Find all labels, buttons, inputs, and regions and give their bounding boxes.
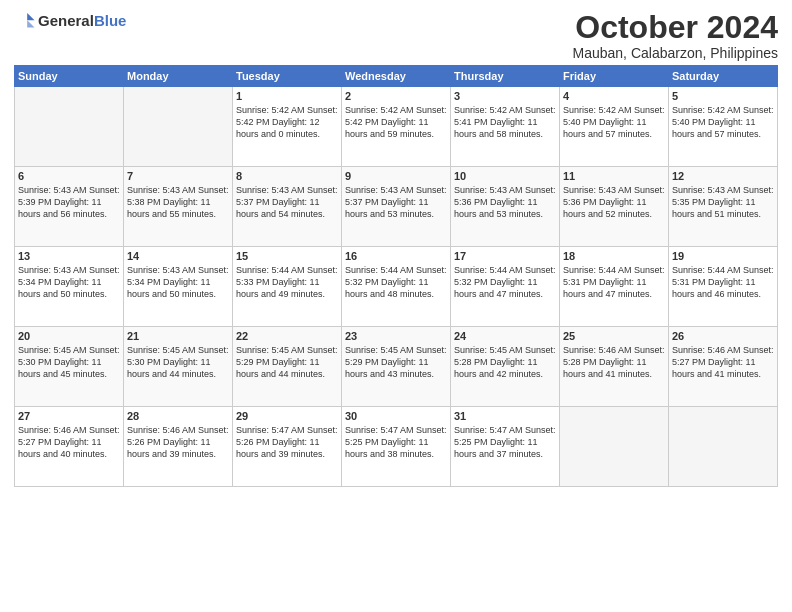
day-number: 14 [127, 250, 229, 262]
calendar-cell: 17Sunrise: 5:44 AM Sunset: 5:32 PM Dayli… [451, 247, 560, 327]
calendar-cell: 13Sunrise: 5:43 AM Sunset: 5:34 PM Dayli… [15, 247, 124, 327]
day-info: Sunrise: 5:44 AM Sunset: 5:31 PM Dayligh… [563, 264, 665, 300]
logo-general: General [38, 12, 94, 29]
calendar-cell: 11Sunrise: 5:43 AM Sunset: 5:36 PM Dayli… [560, 167, 669, 247]
calendar-cell [124, 87, 233, 167]
day-number: 28 [127, 410, 229, 422]
day-number: 6 [18, 170, 120, 182]
month-title: October 2024 [573, 10, 778, 45]
day-number: 22 [236, 330, 338, 342]
calendar-week-4: 20Sunrise: 5:45 AM Sunset: 5:30 PM Dayli… [15, 327, 778, 407]
day-info: Sunrise: 5:45 AM Sunset: 5:29 PM Dayligh… [345, 344, 447, 380]
calendar-cell: 4Sunrise: 5:42 AM Sunset: 5:40 PM Daylig… [560, 87, 669, 167]
location-title: Mauban, Calabarzon, Philippines [573, 45, 778, 61]
calendar-cell: 12Sunrise: 5:43 AM Sunset: 5:35 PM Dayli… [669, 167, 778, 247]
calendar-cell: 19Sunrise: 5:44 AM Sunset: 5:31 PM Dayli… [669, 247, 778, 327]
day-info: Sunrise: 5:45 AM Sunset: 5:30 PM Dayligh… [127, 344, 229, 380]
day-info: Sunrise: 5:43 AM Sunset: 5:37 PM Dayligh… [345, 184, 447, 220]
header: GeneralBlue October 2024 Mauban, Calabar… [14, 10, 778, 61]
calendar-cell: 14Sunrise: 5:43 AM Sunset: 5:34 PM Dayli… [124, 247, 233, 327]
col-tuesday: Tuesday [233, 66, 342, 87]
calendar-cell: 15Sunrise: 5:44 AM Sunset: 5:33 PM Dayli… [233, 247, 342, 327]
calendar-cell: 3Sunrise: 5:42 AM Sunset: 5:41 PM Daylig… [451, 87, 560, 167]
day-number: 4 [563, 90, 665, 102]
day-number: 16 [345, 250, 447, 262]
calendar-cell: 9Sunrise: 5:43 AM Sunset: 5:37 PM Daylig… [342, 167, 451, 247]
day-info: Sunrise: 5:46 AM Sunset: 5:28 PM Dayligh… [563, 344, 665, 380]
day-info: Sunrise: 5:47 AM Sunset: 5:25 PM Dayligh… [345, 424, 447, 460]
day-number: 30 [345, 410, 447, 422]
day-number: 3 [454, 90, 556, 102]
day-info: Sunrise: 5:45 AM Sunset: 5:30 PM Dayligh… [18, 344, 120, 380]
day-number: 11 [563, 170, 665, 182]
calendar-cell: 18Sunrise: 5:44 AM Sunset: 5:31 PM Dayli… [560, 247, 669, 327]
day-number: 1 [236, 90, 338, 102]
day-number: 13 [18, 250, 120, 262]
day-info: Sunrise: 5:46 AM Sunset: 5:27 PM Dayligh… [672, 344, 774, 380]
col-friday: Friday [560, 66, 669, 87]
day-number: 18 [563, 250, 665, 262]
day-info: Sunrise: 5:43 AM Sunset: 5:34 PM Dayligh… [127, 264, 229, 300]
col-monday: Monday [124, 66, 233, 87]
day-number: 8 [236, 170, 338, 182]
calendar-week-3: 13Sunrise: 5:43 AM Sunset: 5:34 PM Dayli… [15, 247, 778, 327]
day-number: 7 [127, 170, 229, 182]
title-block: October 2024 Mauban, Calabarzon, Philipp… [573, 10, 778, 61]
calendar-cell: 25Sunrise: 5:46 AM Sunset: 5:28 PM Dayli… [560, 327, 669, 407]
col-saturday: Saturday [669, 66, 778, 87]
day-info: Sunrise: 5:44 AM Sunset: 5:31 PM Dayligh… [672, 264, 774, 300]
day-number: 20 [18, 330, 120, 342]
day-info: Sunrise: 5:42 AM Sunset: 5:41 PM Dayligh… [454, 104, 556, 140]
col-thursday: Thursday [451, 66, 560, 87]
day-info: Sunrise: 5:42 AM Sunset: 5:42 PM Dayligh… [236, 104, 338, 140]
day-number: 5 [672, 90, 774, 102]
day-number: 12 [672, 170, 774, 182]
calendar-cell: 21Sunrise: 5:45 AM Sunset: 5:30 PM Dayli… [124, 327, 233, 407]
calendar-cell: 6Sunrise: 5:43 AM Sunset: 5:39 PM Daylig… [15, 167, 124, 247]
day-info: Sunrise: 5:43 AM Sunset: 5:35 PM Dayligh… [672, 184, 774, 220]
day-info: Sunrise: 5:46 AM Sunset: 5:27 PM Dayligh… [18, 424, 120, 460]
calendar-cell: 29Sunrise: 5:47 AM Sunset: 5:26 PM Dayli… [233, 407, 342, 487]
svg-marker-1 [27, 20, 34, 27]
day-number: 17 [454, 250, 556, 262]
calendar-cell: 16Sunrise: 5:44 AM Sunset: 5:32 PM Dayli… [342, 247, 451, 327]
calendar-cell: 8Sunrise: 5:43 AM Sunset: 5:37 PM Daylig… [233, 167, 342, 247]
day-number: 2 [345, 90, 447, 102]
calendar-cell: 24Sunrise: 5:45 AM Sunset: 5:28 PM Dayli… [451, 327, 560, 407]
calendar-cell [15, 87, 124, 167]
calendar-cell: 1Sunrise: 5:42 AM Sunset: 5:42 PM Daylig… [233, 87, 342, 167]
day-info: Sunrise: 5:43 AM Sunset: 5:39 PM Dayligh… [18, 184, 120, 220]
day-info: Sunrise: 5:43 AM Sunset: 5:36 PM Dayligh… [454, 184, 556, 220]
day-info: Sunrise: 5:45 AM Sunset: 5:29 PM Dayligh… [236, 344, 338, 380]
calendar-week-1: 1Sunrise: 5:42 AM Sunset: 5:42 PM Daylig… [15, 87, 778, 167]
calendar-cell: 26Sunrise: 5:46 AM Sunset: 5:27 PM Dayli… [669, 327, 778, 407]
day-info: Sunrise: 5:43 AM Sunset: 5:34 PM Dayligh… [18, 264, 120, 300]
calendar-cell: 20Sunrise: 5:45 AM Sunset: 5:30 PM Dayli… [15, 327, 124, 407]
calendar-week-5: 27Sunrise: 5:46 AM Sunset: 5:27 PM Dayli… [15, 407, 778, 487]
day-info: Sunrise: 5:43 AM Sunset: 5:36 PM Dayligh… [563, 184, 665, 220]
day-info: Sunrise: 5:44 AM Sunset: 5:32 PM Dayligh… [454, 264, 556, 300]
day-number: 31 [454, 410, 556, 422]
calendar-header-row: Sunday Monday Tuesday Wednesday Thursday… [15, 66, 778, 87]
day-info: Sunrise: 5:43 AM Sunset: 5:37 PM Dayligh… [236, 184, 338, 220]
calendar-cell: 2Sunrise: 5:42 AM Sunset: 5:42 PM Daylig… [342, 87, 451, 167]
day-number: 23 [345, 330, 447, 342]
calendar-cell: 23Sunrise: 5:45 AM Sunset: 5:29 PM Dayli… [342, 327, 451, 407]
day-number: 29 [236, 410, 338, 422]
calendar-cell: 31Sunrise: 5:47 AM Sunset: 5:25 PM Dayli… [451, 407, 560, 487]
day-info: Sunrise: 5:44 AM Sunset: 5:33 PM Dayligh… [236, 264, 338, 300]
day-info: Sunrise: 5:42 AM Sunset: 5:40 PM Dayligh… [672, 104, 774, 140]
calendar-cell: 10Sunrise: 5:43 AM Sunset: 5:36 PM Dayli… [451, 167, 560, 247]
col-sunday: Sunday [15, 66, 124, 87]
day-number: 27 [18, 410, 120, 422]
day-number: 19 [672, 250, 774, 262]
calendar-cell [560, 407, 669, 487]
day-number: 21 [127, 330, 229, 342]
day-number: 10 [454, 170, 556, 182]
svg-marker-0 [27, 13, 34, 20]
calendar-cell: 30Sunrise: 5:47 AM Sunset: 5:25 PM Dayli… [342, 407, 451, 487]
logo-blue: Blue [94, 12, 127, 29]
calendar-week-2: 6Sunrise: 5:43 AM Sunset: 5:39 PM Daylig… [15, 167, 778, 247]
day-number: 24 [454, 330, 556, 342]
calendar-cell: 27Sunrise: 5:46 AM Sunset: 5:27 PM Dayli… [15, 407, 124, 487]
